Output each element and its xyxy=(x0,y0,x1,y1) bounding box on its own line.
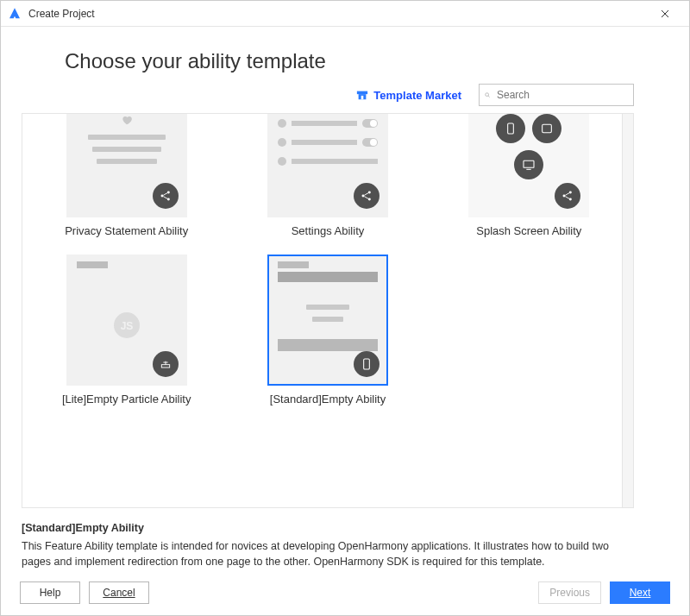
svg-point-7 xyxy=(167,198,170,201)
help-button[interactable]: Help xyxy=(20,581,80,604)
template-list: Privacy Statement Ability Settings Abili… xyxy=(22,113,634,508)
template-thumbnail xyxy=(66,114,187,217)
close-icon xyxy=(661,9,669,18)
cancel-button[interactable]: Cancel xyxy=(89,581,149,604)
svg-rect-23 xyxy=(364,359,370,369)
svg-point-6 xyxy=(167,192,170,194)
toolbar: Template Market xyxy=(22,84,668,106)
previous-button: Previous xyxy=(538,581,601,604)
svg-rect-12 xyxy=(543,124,552,132)
template-label: Settings Ability xyxy=(292,224,365,237)
template-label: [Lite]Empty Particle Ability xyxy=(62,393,191,405)
next-button[interactable]: Next xyxy=(610,581,670,604)
svg-rect-13 xyxy=(524,160,534,167)
svg-point-15 xyxy=(563,195,566,198)
share-badge-icon xyxy=(153,183,179,209)
svg-point-17 xyxy=(569,198,572,201)
template-label: Splash Screen Ability xyxy=(476,224,581,237)
share-badge-icon xyxy=(354,183,380,209)
tv-icon xyxy=(514,150,543,179)
template-label: [Standard]Empty Ability xyxy=(270,393,386,405)
template-description: [Standard]Empty Ability This Feature Abi… xyxy=(22,508,668,570)
content-area: Choose your ability template Template Ma… xyxy=(1,27,689,570)
template-thumbnail xyxy=(267,255,388,386)
svg-rect-11 xyxy=(508,123,514,134)
template-thumbnail: JS xyxy=(66,255,187,386)
router-badge-icon xyxy=(153,351,179,377)
close-button[interactable] xyxy=(648,1,682,27)
titlebar: Create Project xyxy=(1,1,689,27)
svg-line-4 xyxy=(488,96,490,97)
search-input[interactable] xyxy=(495,88,628,102)
app-logo-icon xyxy=(8,7,22,21)
description-title: [Standard]Empty Ability xyxy=(22,520,634,537)
footer: Help Cancel Previous Next xyxy=(1,570,689,615)
phone-icon xyxy=(496,114,525,143)
page-title: Choose your ability template xyxy=(65,49,668,73)
template-lite-empty-particle[interactable]: JS [Lite]Empty Particle Ability xyxy=(62,255,191,405)
share-badge-icon xyxy=(555,183,580,209)
svg-point-8 xyxy=(362,195,365,198)
svg-point-5 xyxy=(160,195,163,198)
search-box[interactable] xyxy=(479,84,634,106)
svg-point-10 xyxy=(368,198,371,201)
heart-icon xyxy=(121,114,133,126)
description-body: This Feature Ability template is intende… xyxy=(22,538,634,571)
svg-rect-2 xyxy=(361,96,364,99)
svg-rect-20 xyxy=(161,365,169,368)
template-label: Privacy Statement Ability xyxy=(65,224,188,237)
template-settings[interactable]: Settings Ability xyxy=(267,114,388,237)
js-icon: JS xyxy=(111,310,142,341)
phone-badge-icon xyxy=(354,351,380,377)
template-privacy-statement[interactable]: Privacy Statement Ability xyxy=(65,114,188,237)
template-market-link[interactable]: Template Market xyxy=(356,89,461,102)
svg-point-9 xyxy=(368,192,371,194)
template-splash-screen[interactable]: Splash Screen Ability xyxy=(468,114,589,237)
template-thumbnail xyxy=(468,114,589,217)
search-icon xyxy=(485,90,490,100)
svg-rect-0 xyxy=(357,91,367,95)
template-thumbnail xyxy=(267,114,388,217)
template-market-link-label: Template Market xyxy=(373,89,461,102)
svg-text:JS: JS xyxy=(120,320,133,332)
svg-point-16 xyxy=(569,192,572,194)
window-title: Create Project xyxy=(28,8,648,20)
svg-point-3 xyxy=(486,93,489,97)
market-icon xyxy=(356,89,368,101)
tablet-icon xyxy=(532,114,561,143)
template-standard-empty[interactable]: [Standard]Empty Ability xyxy=(267,255,388,405)
